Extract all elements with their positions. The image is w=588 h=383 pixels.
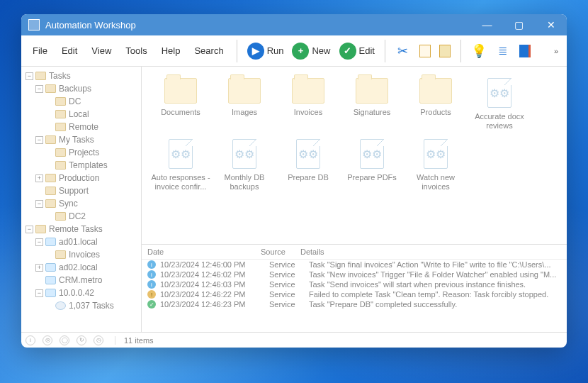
menu-edit[interactable]: Edit [55,43,84,59]
menu-view[interactable]: View [84,43,118,59]
tree-label: My Tasks [59,135,94,145]
task-file-icon: ⚙⚙ [360,139,384,169]
collapse-icon[interactable]: − [26,226,33,233]
menu-search[interactable]: Search [187,43,230,59]
paste-button[interactable] [435,43,455,59]
toolbar-overflow[interactable]: » [550,47,562,55]
tree-node-count[interactable]: 1,037 Tasks [23,299,140,312]
tree-label: Local [69,109,89,119]
col-details[interactable]: Details [300,248,561,256]
task-file-item[interactable]: ⚙⚙Monthly DB backups [213,135,276,196]
event-row[interactable]: ✓10/23/2024 12:46:23 PMServiceTask "Prep… [142,299,567,309]
task-file-item[interactable]: ⚙⚙Auto responses - invoice confir... [149,135,213,196]
tree-node-production[interactable]: + Production [23,172,140,184]
event-date: 10/23/2024 12:46:23 PM [160,300,269,309]
maximize-button[interactable]: ▢ [503,14,535,35]
task-file-item[interactable]: ⚙⚙Watch new invoices [404,135,468,196]
tree-label: Invoices [69,250,100,260]
event-details: Task "Sign final invoices" Action "Write… [309,260,561,269]
run-button[interactable]: ▶ Run [243,41,288,61]
tree-node-dc2[interactable]: DC2 [23,210,140,223]
event-source: Service [269,300,309,309]
collapse-icon[interactable]: − [35,85,43,93]
event-row[interactable]: !10/23/2024 12:46:22 PMServiceFailed to … [142,289,567,299]
gears-icon: ⚙⚙ [490,87,509,100]
window-title: Automation Workshop [45,20,471,30]
task-file-item[interactable]: ⚙⚙Prepare PDFs [340,135,404,196]
task-file-icon: ⚙⚙ [232,139,256,169]
status-icon-clock[interactable]: ◷ [94,335,103,345]
tree-node-remotetasks[interactable]: − Remote Tasks [23,223,140,235]
tree-node-ad02[interactable]: + ad02.local [23,261,140,274]
titlebar[interactable]: Automation Workshop — ▢ ✕ [21,14,567,35]
tree-node-support[interactable]: Support [23,184,140,197]
event-row[interactable]: i10/23/2024 12:46:02 PMServiceTask "New … [142,270,567,279]
collapse-icon[interactable]: − [35,136,43,144]
warning-icon: ! [147,290,156,299]
item-label: Images [232,108,257,117]
tree-label: Projects [69,148,99,157]
tree-label: DC [69,96,81,106]
tree-node-templates[interactable]: Templates [23,159,140,172]
status-icon-info[interactable]: i [26,335,35,345]
collapse-icon[interactable]: − [35,238,43,246]
col-source[interactable]: Source [261,248,300,256]
copy-button[interactable] [415,43,435,59]
expand-icon[interactable]: + [35,174,43,182]
item-label: Prepare PDFs [347,173,397,182]
events-panel: Date Source Details i10/23/2024 12:46:00… [142,244,567,332]
close-button[interactable]: ✕ [535,14,567,35]
task-file-icon: ⚙⚙ [487,78,511,108]
status-icon-compass[interactable]: ↻ [77,335,86,345]
edit-button[interactable]: ✓ Edit [335,41,379,61]
event-source: Service [269,290,309,299]
tree-node-ad01[interactable]: − ad01.local [23,235,140,248]
tree-node-backups[interactable]: − Backups [23,82,140,95]
tree-node-local[interactable]: Local [23,108,140,121]
tree-label: Remote [69,122,98,132]
tree-node-projects[interactable]: Projects [23,146,140,159]
event-row[interactable]: i10/23/2024 12:46:00 PMServiceTask "Sign… [142,260,567,270]
clipboard-icon [439,45,451,57]
item-label: Auto responses - invoice confir... [150,173,211,192]
minimize-button[interactable]: — [471,14,503,35]
tree-node-tasks[interactable]: − Tasks [23,70,140,82]
idea-button[interactable]: 💡 [467,42,491,60]
tree-node-mytasks[interactable]: − My Tasks [23,133,140,146]
manual-button[interactable] [515,43,535,59]
folder-icon [164,78,197,104]
collapse-icon[interactable]: − [35,289,43,297]
event-row[interactable]: i10/23/2024 12:46:03 PMServiceTask "Send… [142,279,567,289]
menu-tools[interactable]: Tools [118,43,154,59]
status-items: 11 items [115,336,154,345]
tree-node-invoices[interactable]: Invoices [23,248,140,261]
task-file-item[interactable]: ⚙⚙Prepare DB [276,135,340,196]
folder-item[interactable]: Images [213,74,276,135]
tree-node-remote[interactable]: Remote [23,121,140,133]
status-icon-globe[interactable]: ◯ [60,335,69,345]
folder-item[interactable]: Invoices [276,74,340,135]
tree-node-crm[interactable]: CRM.metro [23,274,140,287]
tree-label: Remote Tasks [49,224,103,234]
tree-label: ad02.local [59,262,98,272]
status-icon-target[interactable]: ◎ [43,335,52,345]
event-date: 10/23/2024 12:46:00 PM [160,260,269,269]
col-date[interactable]: Date [147,248,261,256]
folder-item[interactable]: Products [404,74,468,135]
menu-file[interactable]: File [26,43,55,59]
tree-node-dc[interactable]: DC [23,95,140,108]
menu-help[interactable]: Help [154,43,188,59]
folder-item[interactable]: Documents [149,74,213,135]
tree-label: 10.0.0.42 [59,288,94,298]
collapse-icon[interactable]: − [35,200,43,208]
new-button[interactable]: + New [288,41,334,61]
cut-button[interactable]: ✂ [391,42,415,60]
tree-node-sync[interactable]: − Sync [23,197,140,210]
expand-icon[interactable]: + [35,264,43,272]
folder-item[interactable]: Signatures [340,74,404,135]
app-window: Automation Workshop — ▢ ✕ File Edit View… [21,14,567,348]
layers-button[interactable]: ≣ [491,42,515,60]
task-file-item[interactable]: ⚙⚙Accurate docx reviews [468,74,531,135]
tree-node-ip[interactable]: − 10.0.0.42 [23,287,140,299]
collapse-icon[interactable]: − [26,72,33,80]
